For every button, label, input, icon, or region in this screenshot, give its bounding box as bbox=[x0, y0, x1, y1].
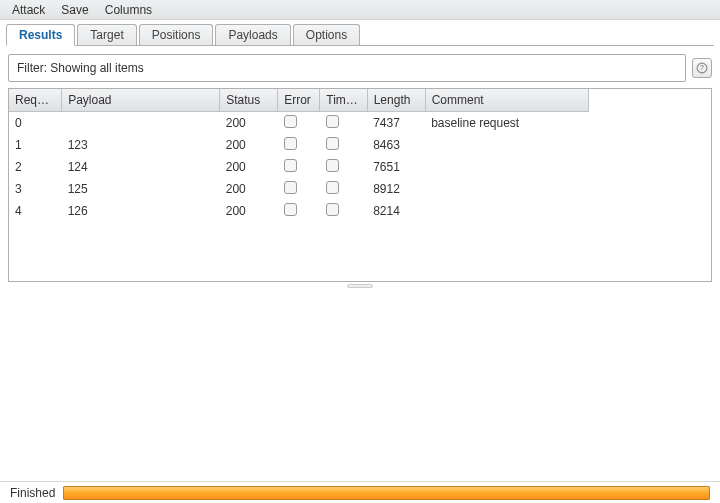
tab-payloads[interactable]: Payloads bbox=[215, 24, 290, 45]
cell-timeout bbox=[320, 178, 367, 200]
tab-positions[interactable]: Positions bbox=[139, 24, 214, 45]
checkbox-icon bbox=[326, 159, 339, 172]
cell-length: 7651 bbox=[367, 156, 425, 178]
checkbox-icon bbox=[326, 181, 339, 194]
checkbox-icon bbox=[284, 137, 297, 150]
help-button[interactable]: ? bbox=[692, 58, 712, 78]
cell-payload: 126 bbox=[62, 200, 220, 222]
cell-error bbox=[278, 134, 320, 156]
cell-timeout bbox=[320, 200, 367, 222]
cell-status: 200 bbox=[220, 178, 278, 200]
checkbox-icon bbox=[326, 203, 339, 216]
cell-status: 200 bbox=[220, 112, 278, 135]
cell-request: 0 bbox=[9, 112, 62, 135]
table-row[interactable]: 11232008463 bbox=[9, 134, 589, 156]
cell-length: 8463 bbox=[367, 134, 425, 156]
col-length[interactable]: Length bbox=[367, 89, 425, 112]
content-panel: Filter: Showing all items ? Requ... Payl… bbox=[0, 46, 720, 298]
tab-target[interactable]: Target bbox=[77, 24, 136, 45]
cell-comment bbox=[425, 156, 588, 178]
col-status[interactable]: Status bbox=[220, 89, 278, 112]
col-comment[interactable]: Comment bbox=[425, 89, 588, 112]
checkbox-icon bbox=[284, 159, 297, 172]
col-timeout[interactable]: Time... bbox=[320, 89, 367, 112]
cell-request: 1 bbox=[9, 134, 62, 156]
checkbox-icon bbox=[326, 137, 339, 150]
tab-options[interactable]: Options bbox=[293, 24, 360, 45]
svg-text:?: ? bbox=[700, 64, 704, 71]
cell-status: 200 bbox=[220, 200, 278, 222]
cell-timeout bbox=[320, 156, 367, 178]
cell-length: 8912 bbox=[367, 178, 425, 200]
cell-error bbox=[278, 156, 320, 178]
splitter-grip-icon bbox=[347, 284, 373, 288]
cell-timeout bbox=[320, 112, 367, 135]
table-header-row: Requ... Payload Status Error Time... Len… bbox=[9, 89, 589, 112]
cell-status: 200 bbox=[220, 156, 278, 178]
cell-length: 7437 bbox=[367, 112, 425, 135]
filter-display[interactable]: Filter: Showing all items bbox=[8, 54, 686, 82]
cell-request: 4 bbox=[9, 200, 62, 222]
status-bar: Finished bbox=[0, 481, 720, 503]
filter-bar: Filter: Showing all items ? bbox=[8, 54, 712, 82]
tab-strip: Results Target Positions Payloads Option… bbox=[0, 20, 720, 46]
cell-comment bbox=[425, 134, 588, 156]
cell-comment bbox=[425, 200, 588, 222]
cell-timeout bbox=[320, 134, 367, 156]
cell-payload bbox=[62, 112, 220, 135]
cell-length: 8214 bbox=[367, 200, 425, 222]
table-row[interactable]: 21242007651 bbox=[9, 156, 589, 178]
checkbox-icon bbox=[284, 181, 297, 194]
progress-bar bbox=[63, 486, 710, 500]
col-error[interactable]: Error bbox=[278, 89, 320, 112]
col-payload[interactable]: Payload bbox=[62, 89, 220, 112]
cell-request: 3 bbox=[9, 178, 62, 200]
menu-attack[interactable]: Attack bbox=[6, 1, 51, 19]
cell-request: 2 bbox=[9, 156, 62, 178]
table-row[interactable]: 02007437baseline request bbox=[9, 112, 589, 135]
help-icon: ? bbox=[696, 62, 708, 74]
table-row[interactable]: 41262008214 bbox=[9, 200, 589, 222]
col-request-label: Requ... bbox=[15, 93, 54, 107]
table-row[interactable]: 31252008912 bbox=[9, 178, 589, 200]
menu-save[interactable]: Save bbox=[55, 1, 94, 19]
splitter[interactable] bbox=[8, 282, 712, 290]
tab-results[interactable]: Results bbox=[6, 24, 75, 46]
sort-asc-icon bbox=[56, 98, 62, 104]
results-table-container: Requ... Payload Status Error Time... Len… bbox=[8, 88, 712, 282]
checkbox-icon bbox=[326, 115, 339, 128]
checkbox-icon bbox=[284, 203, 297, 216]
checkbox-icon bbox=[284, 115, 297, 128]
cell-payload: 125 bbox=[62, 178, 220, 200]
menu-bar: Attack Save Columns bbox=[0, 0, 720, 20]
cell-status: 200 bbox=[220, 134, 278, 156]
results-table[interactable]: Requ... Payload Status Error Time... Len… bbox=[9, 89, 589, 222]
cell-error bbox=[278, 178, 320, 200]
cell-payload: 123 bbox=[62, 134, 220, 156]
status-label: Finished bbox=[10, 486, 55, 500]
col-request[interactable]: Requ... bbox=[9, 89, 62, 112]
cell-payload: 124 bbox=[62, 156, 220, 178]
cell-comment bbox=[425, 178, 588, 200]
cell-error bbox=[278, 112, 320, 135]
cell-error bbox=[278, 200, 320, 222]
menu-columns[interactable]: Columns bbox=[99, 1, 158, 19]
cell-comment: baseline request bbox=[425, 112, 588, 135]
